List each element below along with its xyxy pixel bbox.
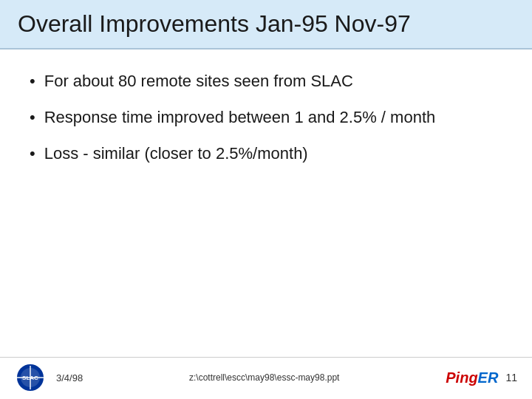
bullet-text-3: Loss - similar (closer to 2.5%/month): [44, 143, 502, 166]
bullet-item-2: • Response time improved between 1 and 2…: [30, 106, 502, 129]
bullet-dot-1: •: [30, 70, 35, 93]
svg-text:SLAC: SLAC: [22, 375, 38, 381]
bullet-dot-2: •: [30, 106, 35, 129]
bullet-dot-3: •: [30, 143, 35, 166]
footer-right: PingER 11: [446, 369, 517, 386]
title-bar: Overall Improvements Jan-95 Nov-97: [0, 0, 532, 50]
footer-filepath: z:\cottrell\escc\may98\essc-may98.ppt: [189, 372, 339, 383]
slac-logo-svg: SLAC: [15, 364, 46, 392]
slide: Overall Improvements Jan-95 Nov-97 • For…: [0, 0, 532, 399]
slac-logo: SLAC: [15, 364, 46, 392]
footer: SLAC 3/4/98 z:\cottrell\escc\may98\essc-…: [0, 357, 532, 399]
bullet-text-1: For about 80 remote sites seen from SLAC: [44, 70, 502, 93]
footer-left: SLAC 3/4/98: [15, 364, 83, 392]
pinger-logo: PingER: [446, 369, 498, 386]
bullet-item-3: • Loss - similar (closer to 2.5%/month): [30, 143, 502, 166]
content-area: • For about 80 remote sites seen from SL…: [0, 50, 532, 357]
bullet-list: • For about 80 remote sites seen from SL…: [30, 70, 502, 165]
bullet-text-2: Response time improved between 1 and 2.5…: [44, 106, 502, 129]
page-number: 11: [505, 372, 517, 383]
footer-date: 3/4/98: [56, 372, 83, 383]
bullet-item-1: • For about 80 remote sites seen from SL…: [30, 70, 502, 93]
slide-title: Overall Improvements Jan-95 Nov-97: [18, 10, 514, 38]
pinger-ping-text: Ping: [446, 369, 477, 386]
pinger-er-text: ER: [478, 369, 499, 386]
